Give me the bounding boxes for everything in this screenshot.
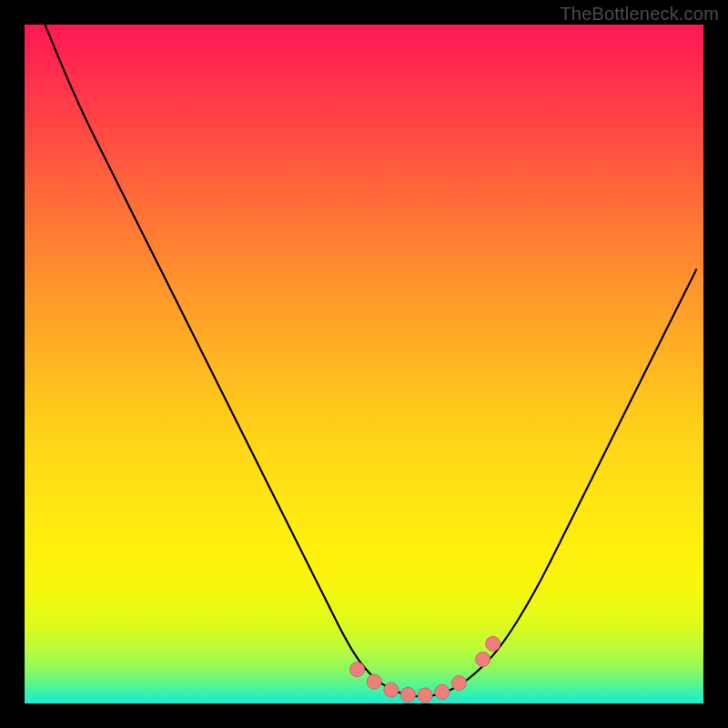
markers-group (350, 636, 500, 703)
curve-marker (384, 682, 399, 697)
chart-frame: TheBottleneck.com (0, 0, 728, 728)
curve-marker (367, 674, 381, 689)
curve-marker (486, 636, 500, 651)
curve-marker (350, 662, 365, 677)
curve-marker (418, 688, 432, 703)
bottleneck-curve (45, 25, 696, 697)
curve-marker (401, 687, 416, 702)
curve-marker (476, 652, 490, 667)
curve-marker (435, 684, 450, 699)
chart-svg (25, 25, 703, 703)
watermark-text: TheBottleneck.com (560, 4, 719, 25)
curve-marker (451, 676, 466, 691)
